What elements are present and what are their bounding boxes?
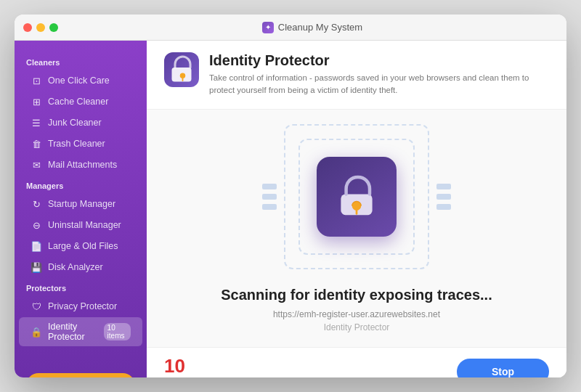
bracket-segment [436,204,451,210]
sidebar-item-junk-cleaner[interactable]: ☰ Junk Cleaner [19,113,142,133]
bracket-segment [262,194,277,200]
junk-cleaner-icon: ☰ [31,117,42,128]
unlock-btn-container: Unlock Full Version [15,362,147,377]
minimize-button[interactable] [36,23,45,32]
traffic-lights [23,23,58,32]
sidebar-item-one-click-care[interactable]: ⊡ One Click Care [19,70,142,91]
bottom-bar: 10 Items Found Stop [147,347,566,378]
identity-protector-badge: 10 items [104,323,131,340]
items-found-label: Items Found [164,377,213,378]
sidebar-item-label: Identity Protector [48,322,98,342]
maximize-button[interactable] [49,23,58,32]
items-count: 10 [164,356,213,375]
lock-graphic [284,124,429,269]
sidebar-item-startup-manager[interactable]: ↻ Startup Manager [19,194,142,214]
startup-icon: ↻ [31,198,42,210]
lock-icon: 🔒 [31,326,42,338]
scan-url: https://emh-register-user.azurewebsites.… [273,309,440,319]
one-click-care-icon: ⊡ [31,75,42,86]
sidebar-item-label: Large & Old Files [48,241,118,251]
close-button[interactable] [23,23,32,32]
sidebar: Cleaners ⊡ One Click Care ⊞ Cache Cleane… [15,41,147,377]
files-icon: 📄 [31,240,42,252]
identity-protector-header-icon [164,52,199,87]
sidebar-item-label: Trash Cleaner [48,139,105,149]
sidebar-item-uninstall-manager[interactable]: ⊖ Uninstall Manager [19,215,142,235]
scan-title: Scanning for identity exposing traces... [221,287,492,303]
app-window: ✦ Cleanup My System Cleaners ⊡ One Click… [15,15,566,377]
bracket-segment [436,194,451,200]
bracket-right [436,184,451,210]
title-bar: ✦ Cleanup My System [15,15,566,41]
bracket-segment [262,184,277,189]
sidebar-item-label: Uninstall Manager [48,220,121,230]
svg-point-1 [180,73,186,79]
sidebar-item-label: One Click Care [48,75,110,86]
main-layout: Cleaners ⊡ One Click Care ⊞ Cache Cleane… [15,41,566,377]
window-title: Cleanup My System [278,22,362,33]
sidebar-item-label: Disk Analyzer [48,262,103,272]
section-label-protectors: Protectors [15,278,147,295]
title-bar-center: ✦ Cleanup My System [67,22,558,33]
content-area: Identity Protector Take control of infor… [147,41,566,377]
sidebar-item-label: Cache Cleaner [48,97,108,107]
header-text-block: Identity Protector Take control of infor… [209,52,549,97]
sidebar-item-label: Junk Cleaner [48,118,102,128]
sidebar-item-mail-attachments[interactable]: ✉ Mail Attachments [19,155,142,175]
items-found-block: 10 Items Found [164,356,213,378]
scan-area: Scanning for identity exposing traces...… [147,110,566,347]
bracket-segment [262,204,277,210]
disk-icon: 💾 [31,261,42,273]
mail-icon: ✉ [31,159,42,171]
sidebar-item-label: Startup Manager [48,199,115,209]
section-label-cleaners: Cleaners [15,52,147,70]
header-description: Take control of information - passwords … [209,72,549,97]
uninstall-icon: ⊖ [31,219,42,231]
sidebar-item-trash-cleaner[interactable]: 🗑 Trash Cleaner [19,134,142,154]
sidebar-item-privacy-protector[interactable]: 🛡 Privacy Protector [19,296,142,317]
unlock-full-version-button[interactable]: Unlock Full Version [26,373,135,377]
scan-sub-label: Identity Protector [324,322,390,332]
app-icon: ✦ [262,22,274,33]
sidebar-item-label: Mail Attachments [48,160,117,170]
sidebar-item-label: Privacy Protector [48,301,117,311]
cache-cleaner-icon: ⊞ [31,96,42,107]
shield-icon: 🛡 [31,301,42,312]
sidebar-item-large-old-files[interactable]: 📄 Large & Old Files [19,236,142,256]
content-header: Identity Protector Take control of infor… [147,41,566,110]
sidebar-item-cache-cleaner[interactable]: ⊞ Cache Cleaner [19,91,142,112]
section-label-managers: Managers [15,176,147,193]
trash-cleaner-icon: 🗑 [31,138,42,150]
bracket-segment [436,184,451,189]
header-title: Identity Protector [209,52,549,69]
lock-icon-bg [317,157,397,237]
stop-button[interactable]: Stop [457,359,549,378]
bracket-left [262,184,277,210]
sidebar-item-identity-protector[interactable]: 🔒 Identity Protector 10 items [19,317,142,346]
sidebar-item-disk-analyzer[interactable]: 💾 Disk Analyzer [19,257,142,277]
